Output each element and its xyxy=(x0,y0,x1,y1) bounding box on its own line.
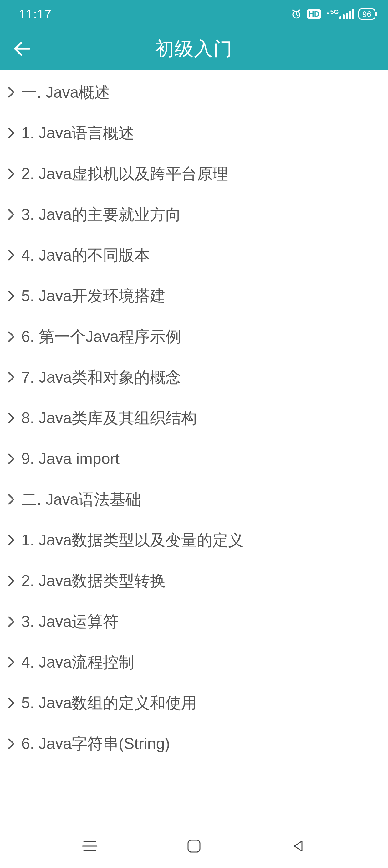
list-item-label: 5. Java开发环境搭建 xyxy=(21,286,165,307)
triangle-left-icon xyxy=(291,839,306,854)
list-item-label: 6. Java字符串(String) xyxy=(21,733,170,754)
list-item[interactable]: 5. Java数组的定义和使用 xyxy=(0,683,388,723)
list-item-label: 二. Java语法基础 xyxy=(21,489,141,510)
list-item[interactable]: 4. Java流程控制 xyxy=(0,642,388,683)
list-item[interactable]: 8. Java类库及其组织结构 xyxy=(0,398,388,438)
list-item[interactable]: 6. Java字符串(String) xyxy=(0,723,388,764)
chevron-right-icon xyxy=(6,657,16,668)
list-item-label: 7. Java类和对象的概念 xyxy=(21,367,181,388)
chevron-right-icon xyxy=(6,168,16,179)
list-item[interactable]: 5. Java开发环境搭建 xyxy=(0,276,388,316)
chevron-right-icon xyxy=(6,87,16,98)
chevron-right-icon xyxy=(6,453,16,464)
list-item-label: 4. Java流程控制 xyxy=(21,652,134,673)
status-bar: 11:17 HD ▲5G 96 xyxy=(0,0,388,28)
back-button[interactable] xyxy=(9,36,34,61)
list-item[interactable]: 二. Java语法基础 xyxy=(0,479,388,520)
chevron-right-icon xyxy=(6,494,16,505)
list-item-label: 2. Java数据类型转换 xyxy=(21,570,165,591)
battery-indicator: 96 xyxy=(358,8,376,20)
recent-apps-button[interactable] xyxy=(77,834,102,859)
list-item-label: 一. Java概述 xyxy=(21,82,110,103)
back-nav-button[interactable] xyxy=(286,834,311,859)
list-item[interactable]: 1. Java语言概述 xyxy=(0,113,388,153)
list-item[interactable]: 9. Java import xyxy=(0,438,388,479)
chevron-right-icon xyxy=(6,738,16,749)
chevron-right-icon xyxy=(6,534,16,546)
home-button[interactable] xyxy=(182,834,206,859)
alarm-icon xyxy=(290,8,302,20)
chevron-right-icon xyxy=(6,575,16,587)
list-item-label: 8. Java类库及其组织结构 xyxy=(21,408,197,429)
list-item-label: 3. Java的主要就业方向 xyxy=(21,204,181,225)
square-icon xyxy=(186,838,202,854)
list-item[interactable]: 2. Java虚拟机以及跨平台原理 xyxy=(0,153,388,194)
list-item[interactable]: 4. Java的不同版本 xyxy=(0,235,388,276)
chevron-right-icon xyxy=(6,209,16,220)
menu-icon xyxy=(81,839,99,853)
arrow-left-icon xyxy=(13,40,31,58)
app-bar: 初级入门 xyxy=(0,28,388,69)
list-item-label: 5. Java数组的定义和使用 xyxy=(21,693,197,714)
chevron-right-icon xyxy=(6,250,16,261)
list-item-label: 3. Java运算符 xyxy=(21,611,119,632)
list-item-label: 4. Java的不同版本 xyxy=(21,245,150,266)
svg-rect-5 xyxy=(188,840,200,852)
list-item[interactable]: 6. 第一个Java程序示例 xyxy=(0,316,388,357)
page-title: 初级入门 xyxy=(0,36,388,62)
list-item[interactable]: 3. Java的主要就业方向 xyxy=(0,194,388,235)
chevron-right-icon xyxy=(6,290,16,302)
chevron-right-icon xyxy=(6,331,16,342)
system-nav-bar xyxy=(0,824,388,868)
chevron-right-icon xyxy=(6,127,16,139)
signal-bars-icon xyxy=(340,9,354,20)
list-item-label: 2. Java虚拟机以及跨平台原理 xyxy=(21,163,228,184)
status-time: 11:17 xyxy=(19,7,52,21)
list-item[interactable]: 2. Java数据类型转换 xyxy=(0,560,388,601)
chevron-right-icon xyxy=(6,412,16,424)
list-item-label: 9. Java import xyxy=(21,450,120,468)
chevron-right-icon xyxy=(6,698,16,709)
hd-badge: HD xyxy=(306,9,321,19)
list-item-label: 1. Java语言概述 xyxy=(21,123,134,144)
list-item[interactable]: 1. Java数据类型以及变量的定义 xyxy=(0,520,388,560)
chevron-right-icon xyxy=(6,616,16,627)
list-item-label: 1. Java数据类型以及变量的定义 xyxy=(21,530,244,551)
status-icons: HD ▲5G 96 xyxy=(290,8,376,20)
list-item[interactable]: 一. Java概述 xyxy=(0,72,388,113)
list-item-label: 6. 第一个Java程序示例 xyxy=(21,326,181,347)
chevron-right-icon xyxy=(6,372,16,383)
content-list: 一. Java概述1. Java语言概述2. Java虚拟机以及跨平台原理3. … xyxy=(0,69,388,764)
list-item[interactable]: 3. Java运算符 xyxy=(0,601,388,642)
list-item[interactable]: 7. Java类和对象的概念 xyxy=(0,357,388,398)
network-label: ▲5G xyxy=(326,9,339,15)
network-indicator: ▲5G xyxy=(326,9,354,20)
